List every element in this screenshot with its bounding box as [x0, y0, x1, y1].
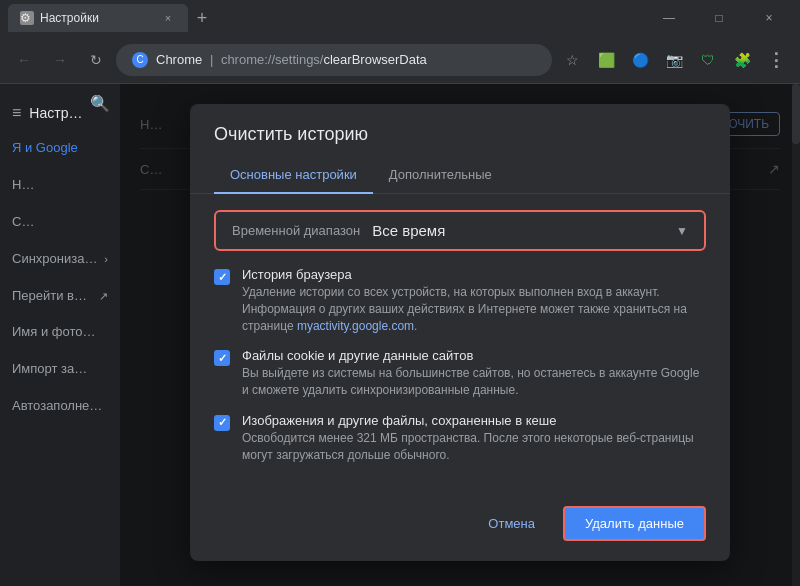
url-prefix: chrome:// — [221, 52, 275, 67]
dialog-title: Очистить историю — [190, 104, 730, 157]
time-range-value: Все время — [372, 222, 445, 239]
page-content: Н… ВКЛЮЧИТЬ С… ↗ Очистить историю Основн… — [120, 84, 800, 586]
time-range-row[interactable]: Временной диапазон Все время ▼ — [214, 210, 706, 251]
close-tab-button[interactable]: × — [160, 10, 176, 26]
checkbox-history-content: История браузера Удаление истории со все… — [242, 267, 706, 334]
extensions-icon[interactable]: 🧩 — [726, 44, 758, 76]
tab-favicon: ⚙ — [20, 11, 34, 25]
clear-history-dialog: Очистить историю Основные настройки Допо… — [190, 104, 730, 561]
checkbox-history[interactable]: ✓ — [214, 269, 230, 285]
dialog-tabs: Основные настройки Дополнительные — [190, 157, 730, 194]
tab-advanced[interactable]: Дополнительные — [373, 157, 508, 194]
checkbox-cache-wrapper[interactable]: ✓ — [214, 415, 230, 431]
sidebar-item-s[interactable]: С… — [0, 204, 120, 241]
sidebar-item-autofill[interactable]: Автозаполне… — [0, 388, 120, 425]
history-desc: Удаление истории со всех устройств, на к… — [242, 284, 706, 334]
history-title: История браузера — [242, 267, 706, 282]
back-button[interactable]: ← — [8, 44, 40, 76]
time-range-label: Временной диапазон — [232, 223, 360, 238]
checkbox-cookies-wrapper[interactable]: ✓ — [214, 350, 230, 366]
address-separator: | — [210, 52, 217, 67]
addressbar: ← → ↻ C Chrome | chrome://settings/clear… — [0, 36, 800, 84]
checkbox-item-cookies: ✓ Файлы cookie и другие данные сайтов Вы… — [214, 348, 706, 399]
new-tab-button[interactable]: + — [188, 4, 216, 32]
checkmark-icon: ✓ — [218, 416, 227, 429]
dialog-footer: Отмена Удалить данные — [190, 494, 730, 561]
main-content: ≡ Настр… 🔍 Я и Google Н… С… Синхрониза… … — [0, 84, 800, 586]
checkbox-cookies-content: Файлы cookie и другие данные сайтов Вы в… — [242, 348, 706, 399]
checkbox-history-wrapper[interactable]: ✓ — [214, 269, 230, 285]
close-window-button[interactable]: × — [746, 2, 792, 34]
url-settings: settings/ — [275, 52, 323, 67]
chevron-right-icon: › — [104, 252, 108, 266]
dialog-body: Временной диапазон Все время ▼ ✓ — [190, 194, 730, 494]
delete-button[interactable]: Удалить данные — [563, 506, 706, 541]
camera-icon[interactable]: 📷 — [658, 44, 690, 76]
site-favicon: C — [132, 52, 148, 68]
minimize-button[interactable]: — — [646, 2, 692, 34]
menu-button[interactable]: ⋮ — [760, 44, 792, 76]
sidebar-item-sync-label: Синхрониза… — [12, 251, 97, 268]
checkbox-cache-content: Изображения и другие файлы, сохраненные … — [242, 413, 706, 464]
cache-title: Изображения и другие файлы, сохраненные … — [242, 413, 706, 428]
checkbox-item-history: ✓ История браузера Удаление истории со в… — [214, 267, 706, 334]
extension-blue-icon[interactable]: 🔵 — [624, 44, 656, 76]
sidebar-title: Настр… — [29, 105, 82, 121]
forward-button[interactable]: → — [44, 44, 76, 76]
dropdown-arrow-icon: ▼ — [676, 224, 688, 238]
sidebar-item-goto-label: Перейти в… — [12, 288, 87, 305]
tab-title: Настройки — [40, 11, 99, 25]
sidebar: ≡ Настр… 🔍 Я и Google Н… С… Синхрониза… … — [0, 84, 120, 586]
url-page: clearBrowserData — [323, 52, 426, 67]
checkbox-cache[interactable]: ✓ — [214, 415, 230, 431]
sidebar-item-sync[interactable]: Синхрониза… › — [0, 241, 120, 278]
sidebar-item-n[interactable]: Н… — [0, 167, 120, 204]
time-range-select[interactable]: Все время — [372, 222, 676, 239]
bookmark-star-icon[interactable]: ☆ — [556, 44, 588, 76]
cancel-button[interactable]: Отмена — [472, 506, 551, 541]
toolbar-icons: ☆ 🟩 🔵 📷 🛡 🧩 ⋮ — [556, 44, 792, 76]
checkbox-item-cache: ✓ Изображения и другие файлы, сохраненны… — [214, 413, 706, 464]
tab-basic[interactable]: Основные настройки — [214, 157, 373, 194]
sidebar-item-import[interactable]: Импорт за… — [0, 351, 120, 388]
checkmark-icon: ✓ — [218, 271, 227, 284]
extension-green-icon[interactable]: 🟩 — [590, 44, 622, 76]
refresh-button[interactable]: ↻ — [80, 44, 112, 76]
external-link-icon: ↗ — [99, 289, 108, 303]
myactivity-link[interactable]: myactivity.google.com — [297, 319, 414, 333]
active-tab[interactable]: ⚙ Настройки × — [8, 4, 188, 32]
sidebar-item-me-google[interactable]: Я и Google — [0, 130, 120, 167]
dialog-overlay: Очистить историю Основные настройки Допо… — [120, 84, 800, 586]
site-name: Chrome — [156, 52, 202, 67]
hamburger-icon: ≡ — [12, 104, 21, 122]
shield-icon[interactable]: 🛡 — [692, 44, 724, 76]
sidebar-item-goto[interactable]: Перейти в… ↗ — [0, 278, 120, 315]
checkmark-icon: ✓ — [218, 352, 227, 365]
cookies-desc: Вы выйдете из системы на большинстве сай… — [242, 365, 706, 399]
sidebar-search-icon[interactable]: 🔍 — [90, 94, 110, 113]
sidebar-item-nameandphoto[interactable]: Имя и фото… — [0, 314, 120, 351]
address-text: Chrome | chrome://settings/clearBrowserD… — [156, 52, 427, 67]
window-controls: — □ × — [646, 2, 792, 34]
titlebar: ⚙ Настройки × + — □ × — [0, 0, 800, 36]
cache-desc: Освободится менее 321 МБ пространства. П… — [242, 430, 706, 464]
checkbox-cookies[interactable]: ✓ — [214, 350, 230, 366]
history-desc-after: . — [414, 319, 417, 333]
maximize-button[interactable]: □ — [696, 2, 742, 34]
cookies-title: Файлы cookie и другие данные сайтов — [242, 348, 706, 363]
address-bar[interactable]: C Chrome | chrome://settings/clearBrowse… — [116, 44, 552, 76]
